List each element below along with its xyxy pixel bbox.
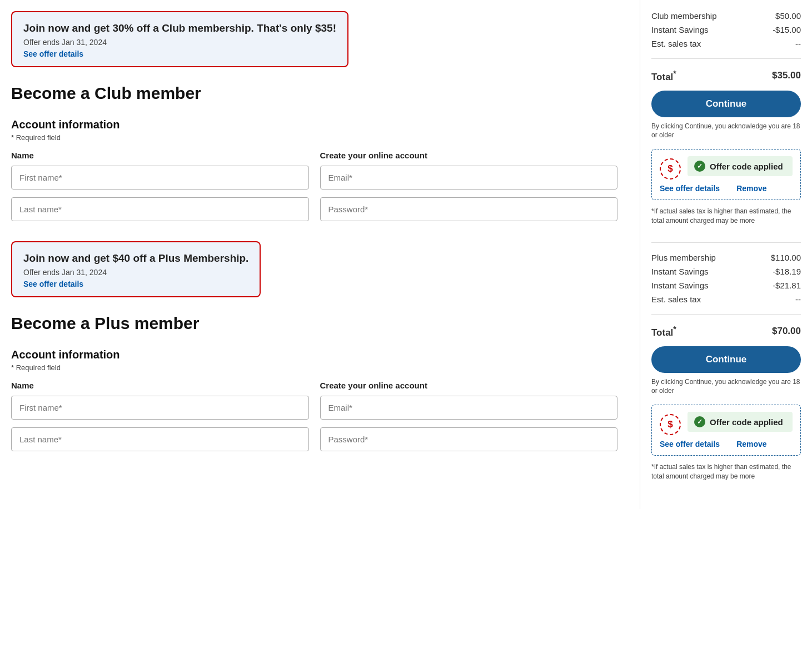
- club-check-icon: [694, 161, 705, 172]
- plus-section: Join now and get $40 off a Plus Membersh…: [11, 241, 617, 451]
- plus-section-title: Become a Plus member: [11, 314, 617, 333]
- club-section: Join now and get 30% off a Club membersh…: [11, 11, 617, 221]
- plus-est-tax-label: Est. sales tax: [651, 295, 701, 304]
- club-online-account-label: Create your online account: [320, 151, 618, 160]
- club-offer-headline: Join now and get 30% off a Club membersh…: [23, 22, 336, 34]
- plus-see-offer-details-link[interactable]: See offer details: [23, 280, 83, 288]
- sidebar: Club membership $50.00 Instant Savings -…: [640, 0, 812, 509]
- club-see-offer-details-link[interactable]: See offer details: [23, 49, 83, 58]
- club-offer-ends: Offer ends Jan 31, 2024: [23, 38, 336, 47]
- club-pricing-section: Club membership $50.00 Instant Savings -…: [651, 11, 801, 226]
- plus-dollar-badge: $: [660, 414, 681, 435]
- plus-last-name-input[interactable]: [11, 427, 309, 451]
- club-membership-price: $50.00: [775, 11, 801, 21]
- club-continue-button[interactable]: Continue: [651, 91, 801, 117]
- plus-remove-link[interactable]: Remove: [736, 440, 766, 448]
- club-est-tax-value: --: [795, 39, 801, 48]
- plus-offer-banner: Join now and get $40 off a Plus Membersh…: [11, 241, 261, 297]
- plus-see-offer-details-sidebar-link[interactable]: See offer details: [660, 440, 720, 448]
- club-dollar-badge: $: [660, 158, 681, 180]
- club-see-offer-details-sidebar-link[interactable]: See offer details: [660, 184, 720, 193]
- club-offer-code-applied: Offer code applied: [688, 156, 793, 176]
- plus-membership-price: $110.00: [771, 253, 801, 262]
- plus-membership-label: Plus membership: [651, 253, 716, 262]
- club-offer-code-box: $ Offer code applied See offer details R…: [651, 149, 801, 200]
- club-last-name-input[interactable]: [11, 197, 309, 221]
- club-membership-label: Club membership: [651, 11, 717, 21]
- plus-total-value: $70.00: [772, 326, 801, 337]
- plus-continue-button[interactable]: Continue: [651, 346, 801, 373]
- club-offer-banner: Join now and get 30% off a Club membersh…: [11, 11, 348, 67]
- club-name-label: Name: [11, 151, 309, 160]
- plus-first-name-input[interactable]: [11, 396, 309, 420]
- club-email-input[interactable]: [320, 166, 618, 190]
- plus-pricing-section: Plus membership $110.00 Instant Savings …: [651, 253, 801, 481]
- club-total-label: Total*: [651, 69, 676, 83]
- club-instant-savings-label: Instant Savings: [651, 25, 709, 34]
- plus-online-account-label: Create your online account: [320, 381, 618, 390]
- plus-total-label: Total*: [651, 325, 676, 338]
- club-password-input[interactable]: [320, 197, 618, 221]
- plus-instant-savings-label-2: Instant Savings: [651, 281, 709, 290]
- plus-instant-savings-value-2: -$21.81: [773, 281, 801, 290]
- plus-instant-savings-value-1: -$18.19: [773, 267, 801, 276]
- plus-tax-footnote: *If actual sales tax is higher than esti…: [651, 462, 801, 481]
- plus-name-label: Name: [11, 381, 309, 390]
- plus-instant-savings-label-1: Instant Savings: [651, 267, 709, 276]
- club-disclaimer: By clicking Continue, you acknowledge yo…: [651, 122, 801, 141]
- club-required-field: * Required field: [11, 133, 617, 142]
- club-est-tax-label: Est. sales tax: [651, 39, 701, 48]
- plus-check-icon: [694, 416, 705, 427]
- plus-disclaimer: By clicking Continue, you acknowledge yo…: [651, 377, 801, 396]
- club-instant-savings-value: -$15.00: [773, 25, 801, 34]
- club-account-info-title: Account information: [11, 118, 617, 131]
- plus-offer-ends: Offer ends Jan 31, 2024: [23, 268, 248, 277]
- club-tax-footnote: *If actual sales tax is higher than esti…: [651, 207, 801, 226]
- plus-required-field: * Required field: [11, 363, 617, 372]
- plus-offer-code-applied: Offer code applied: [688, 412, 793, 432]
- plus-offer-code-box: $ Offer code applied See offer details R…: [651, 405, 801, 456]
- plus-account-info-title: Account information: [11, 348, 617, 361]
- club-section-title: Become a Club member: [11, 84, 617, 103]
- plus-est-tax-value: --: [795, 295, 801, 304]
- plus-email-input[interactable]: [320, 396, 618, 420]
- club-total-value: $35.00: [772, 70, 801, 81]
- plus-offer-headline: Join now and get $40 off a Plus Membersh…: [23, 252, 248, 265]
- club-first-name-input[interactable]: [11, 166, 309, 190]
- club-remove-link[interactable]: Remove: [736, 184, 766, 193]
- plus-password-input[interactable]: [320, 427, 618, 451]
